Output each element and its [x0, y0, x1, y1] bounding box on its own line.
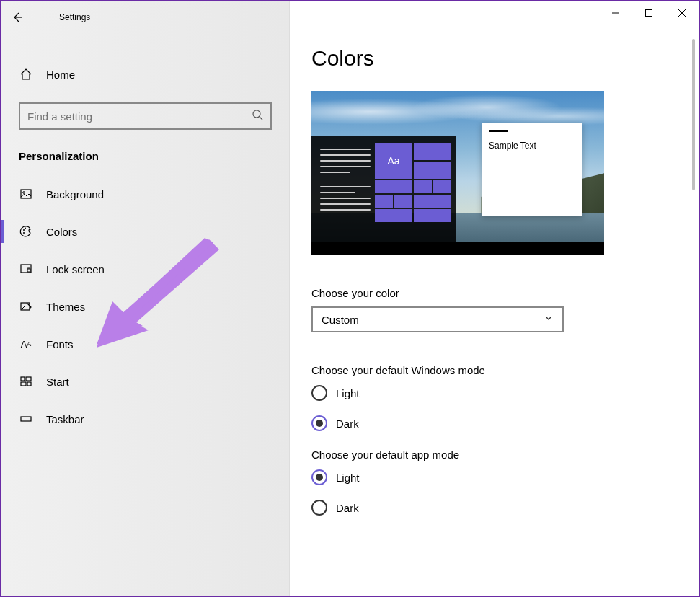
- page-title: Colors: [311, 46, 663, 71]
- sidebar-item-lock-screen[interactable]: Lock screen: [1, 250, 289, 288]
- svg-point-11: [23, 232, 25, 234]
- lock-screen-icon: [19, 262, 33, 276]
- themes-icon: [19, 299, 33, 314]
- svg-rect-15: [21, 377, 25, 381]
- svg-rect-13: [27, 269, 30, 272]
- radio-icon: [311, 500, 327, 516]
- preview-tile-aa: Aa: [375, 143, 412, 179]
- svg-rect-19: [21, 417, 31, 421]
- taskbar-icon: [19, 412, 33, 426]
- svg-rect-18: [27, 382, 31, 386]
- home-nav[interactable]: Home: [1, 61, 289, 88]
- start-icon: [19, 374, 33, 389]
- window-controls: [599, 1, 699, 25]
- close-button[interactable]: [665, 1, 699, 25]
- chevron-down-icon: [544, 313, 554, 326]
- radio-label: Light: [336, 472, 360, 484]
- svg-point-9: [23, 229, 25, 231]
- minimize-button[interactable]: [599, 1, 632, 25]
- svg-rect-7: [21, 190, 31, 198]
- search-input[interactable]: [27, 110, 252, 123]
- home-label: Home: [46, 68, 75, 81]
- sidebar-item-label: Colors: [46, 226, 77, 238]
- sidebar-item-themes[interactable]: Themes: [1, 288, 289, 325]
- dropdown-value: Custom: [322, 314, 359, 326]
- windows-mode-group: Light Dark: [311, 385, 663, 431]
- sidebar-item-label: Start: [46, 376, 69, 388]
- svg-rect-17: [21, 382, 26, 386]
- radio-label: Dark: [336, 502, 359, 514]
- sidebar-item-start[interactable]: Start: [1, 363, 289, 400]
- window-title: Settings: [59, 12, 90, 22]
- radio-windows-dark[interactable]: Dark: [311, 415, 663, 431]
- radio-icon: [311, 385, 327, 401]
- back-button[interactable]: [1, 1, 33, 33]
- palette-icon: [19, 224, 33, 239]
- preview-sample-text: Sample Text: [489, 141, 575, 151]
- radio-app-light[interactable]: Light: [311, 469, 663, 485]
- sidebar-item-label: Themes: [46, 301, 85, 313]
- color-preview: Aa Sample Text: [311, 91, 604, 255]
- windows-mode-label: Choose your default Windows mode: [311, 364, 663, 376]
- radio-icon: [311, 415, 327, 431]
- category-header: Personalization: [19, 150, 272, 162]
- search-box[interactable]: [19, 102, 272, 130]
- radio-label: Light: [336, 387, 360, 399]
- radio-label: Dark: [336, 417, 359, 430]
- sidebar-item-taskbar[interactable]: Taskbar: [1, 400, 289, 438]
- app-mode-label: Choose your default app mode: [311, 448, 663, 461]
- radio-app-dark[interactable]: Dark: [311, 500, 663, 516]
- radio-icon: [311, 469, 327, 485]
- svg-rect-1: [646, 10, 652, 17]
- scrollbar-thumb[interactable]: [692, 39, 695, 190]
- sidebar-item-label: Background: [46, 188, 104, 200]
- content-area: Colors Aa: [290, 1, 699, 596]
- sidebar: Settings Home Personalization Background…: [1, 1, 290, 596]
- preview-start-menu: Aa: [311, 136, 456, 242]
- scrollbar[interactable]: [690, 39, 697, 594]
- titlebar: Settings: [1, 1, 289, 33]
- sidebar-item-label: Fonts: [46, 338, 74, 350]
- maximize-button[interactable]: [632, 1, 665, 25]
- settings-window: Settings Home Personalization Background…: [0, 0, 700, 597]
- sidebar-item-colors[interactable]: Colors: [1, 213, 289, 250]
- svg-line-6: [260, 117, 262, 120]
- svg-point-5: [253, 110, 260, 118]
- radio-windows-light[interactable]: Light: [311, 385, 663, 401]
- sidebar-item-background[interactable]: Background: [1, 175, 289, 213]
- home-icon: [19, 68, 33, 81]
- svg-rect-16: [26, 377, 31, 381]
- svg-point-8: [23, 192, 25, 194]
- fonts-icon: AA: [19, 337, 33, 351]
- svg-point-10: [25, 228, 26, 229]
- app-mode-group: Light Dark: [311, 469, 663, 516]
- sidebar-item-label: Lock screen: [46, 263, 105, 275]
- search-icon: [252, 109, 263, 123]
- choose-color-dropdown[interactable]: Custom: [311, 306, 564, 332]
- choose-color-label: Choose your color: [311, 287, 663, 299]
- sidebar-item-fonts[interactable]: AA Fonts: [1, 325, 289, 363]
- preview-sample-window: Sample Text: [482, 123, 582, 216]
- picture-icon: [19, 187, 33, 201]
- sidebar-item-label: Taskbar: [46, 413, 84, 425]
